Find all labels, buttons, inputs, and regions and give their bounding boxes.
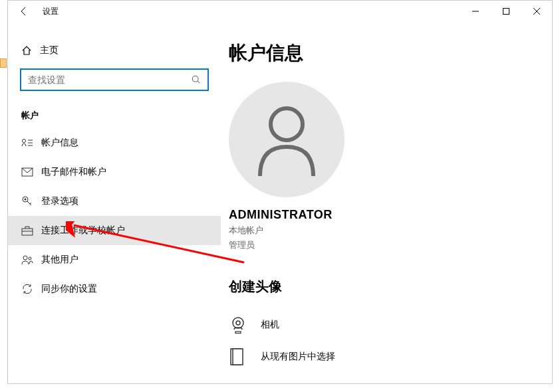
minimize-button[interactable]	[460, 1, 491, 22]
svg-point-6	[23, 140, 26, 143]
person-icon	[253, 103, 320, 176]
svg-point-19	[271, 108, 303, 140]
home-button[interactable]: 主页	[8, 38, 221, 63]
sidebar-item-label: 帐户信息	[41, 137, 78, 149]
option-label: 从现有图片中选择	[261, 351, 335, 363]
window-controls	[460, 1, 552, 22]
home-label: 主页	[40, 45, 59, 56]
main-content: 帐户信息 ADMINISTRATOR 本地帐户 管理员 创建头像 相机	[221, 22, 552, 383]
svg-rect-15	[22, 229, 33, 235]
account-type: 本地帐户	[229, 225, 552, 237]
sidebar-item-email-accounts[interactable]: 电子邮件和帐户	[8, 157, 221, 187]
home-icon	[21, 45, 40, 56]
sidebar-item-label: 电子邮件和帐户	[41, 166, 106, 178]
sidebar-item-label: 登录选项	[41, 195, 78, 207]
back-button[interactable]	[19, 6, 37, 17]
sidebar-item-label: 其他用户	[41, 254, 78, 266]
svg-rect-22	[235, 332, 241, 334]
search-wrap	[8, 63, 221, 96]
sync-icon	[21, 283, 41, 295]
camera-icon	[229, 316, 261, 334]
svg-point-4	[192, 76, 198, 82]
maximize-button[interactable]	[491, 1, 521, 22]
window-body: 主页 帐户 帐户信息	[8, 22, 552, 383]
search-box[interactable]	[20, 68, 209, 91]
svg-point-21	[236, 321, 240, 325]
svg-line-5	[198, 81, 200, 83]
page-heading: 帐户信息	[229, 41, 552, 66]
sidebar-item-other-users[interactable]: 其他用户	[8, 245, 221, 274]
option-label: 相机	[261, 319, 279, 331]
sidebar-item-work-school[interactable]: 连接工作或学校帐户	[8, 216, 221, 245]
svg-rect-24	[233, 349, 243, 365]
sidebar-item-label: 同步你的设置	[41, 283, 97, 295]
svg-point-12	[25, 199, 27, 201]
file-icon	[229, 347, 261, 366]
key-icon	[21, 195, 41, 207]
create-avatar-heading: 创建头像	[229, 278, 552, 296]
id-icon	[21, 138, 41, 148]
svg-line-14	[30, 203, 31, 204]
sidebar-item-account-info[interactable]: 帐户信息	[8, 128, 221, 157]
search-icon	[192, 75, 201, 84]
window-title: 设置	[43, 6, 59, 17]
svg-point-18	[29, 257, 31, 260]
svg-rect-1	[503, 9, 509, 15]
sidebar-item-signin-options[interactable]: 登录选项	[8, 187, 221, 216]
search-input[interactable]	[28, 74, 192, 85]
briefcase-icon	[21, 225, 41, 236]
titlebar: 设置	[8, 1, 552, 22]
username: ADMINISTRATOR	[229, 208, 552, 222]
account-role: 管理员	[229, 239, 552, 251]
settings-window: 设置 主页	[7, 0, 553, 384]
mail-icon	[21, 167, 41, 177]
option-camera[interactable]: 相机	[229, 309, 552, 341]
people-icon	[21, 254, 41, 265]
sidebar-item-sync-settings[interactable]: 同步你的设置	[8, 274, 221, 304]
sidebar-section-header: 帐户	[8, 96, 221, 128]
svg-point-17	[23, 256, 27, 260]
sidebar-item-label: 连接工作或学校帐户	[41, 225, 125, 237]
close-button[interactable]	[521, 1, 552, 22]
user-avatar	[229, 82, 345, 197]
left-edge-strip	[0, 0, 7, 392]
edge-stripe	[0, 58, 7, 68]
option-browse-file[interactable]: 从现有图片中选择	[229, 341, 552, 373]
svg-point-20	[233, 318, 243, 328]
sidebar: 主页 帐户 帐户信息	[8, 22, 221, 383]
